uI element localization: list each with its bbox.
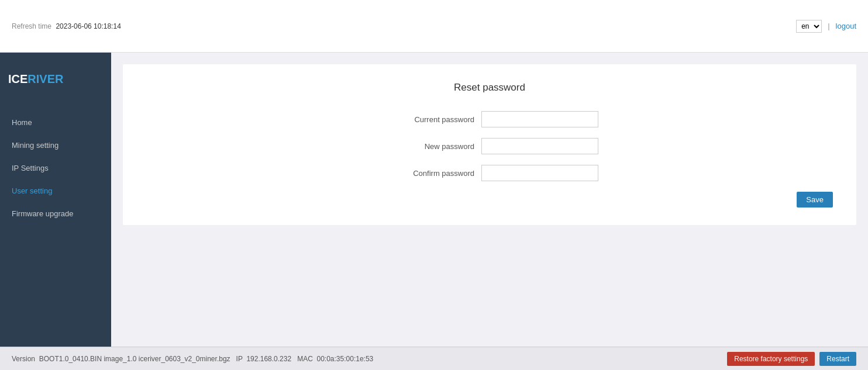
confirm-password-label: Confirm password xyxy=(381,169,474,178)
logo-area: Refresh time 2023-06-06 10:18:14 xyxy=(12,22,121,30)
sidebar-item-home[interactable]: Home xyxy=(0,111,111,134)
logout-link[interactable]: logout xyxy=(836,22,856,30)
sidebar: ICERIVER Home Mining setting IP Settings… xyxy=(0,53,111,347)
new-password-row: New password xyxy=(135,138,845,154)
logo-container: ICERIVER xyxy=(0,53,111,105)
main-area: ICERIVER Home Mining setting IP Settings… xyxy=(0,53,868,347)
sidebar-item-mining-setting[interactable]: Mining setting xyxy=(0,134,111,157)
refresh-info: Refresh time 2023-06-06 10:18:14 xyxy=(12,22,121,30)
spacer-area xyxy=(123,237,856,335)
sidebar-item-user-setting[interactable]: User setting xyxy=(0,179,111,202)
sidebar-item-ip-settings[interactable]: IP Settings xyxy=(0,157,111,179)
version-value: BOOT1.0_0410.BIN image_1.0 iceriver_0603… xyxy=(39,355,230,363)
current-password-input[interactable] xyxy=(481,111,598,127)
top-bar: Refresh time 2023-06-06 10:18:14 en zh |… xyxy=(0,0,868,53)
language-select[interactable]: en zh xyxy=(796,20,822,33)
ip-value: 192.168.0.232 xyxy=(246,355,291,363)
footer: Version BOOT1.0_0410.BIN image_1.0 iceri… xyxy=(0,347,868,370)
content-area: Reset password Current password New pass… xyxy=(111,53,868,347)
current-password-label: Current password xyxy=(381,115,474,124)
version-label: Version xyxy=(12,355,35,363)
ip-label: IP xyxy=(236,355,243,363)
new-password-label: New password xyxy=(381,142,474,151)
mac-value: 00:0a:35:00:1e:53 xyxy=(316,355,373,363)
save-row: Save xyxy=(135,192,845,208)
current-password-row: Current password xyxy=(135,111,845,127)
logo-river-text: RIVER xyxy=(27,72,63,86)
sidebar-nav: Home Mining setting IP Settings User set… xyxy=(0,105,111,225)
refresh-label: Refresh time xyxy=(12,22,51,30)
restore-factory-button[interactable]: Restore factory settings xyxy=(727,352,815,366)
save-button[interactable]: Save xyxy=(797,192,833,208)
separator: | xyxy=(828,22,829,30)
mac-label: MAC xyxy=(297,355,313,363)
logo-ice-text: ICE xyxy=(8,72,27,86)
footer-buttons: Restore factory settings Restart xyxy=(727,352,856,366)
app-wrapper: Refresh time 2023-06-06 10:18:14 en zh |… xyxy=(0,0,868,370)
sidebar-item-firmware-upgrade[interactable]: Firmware upgrade xyxy=(0,202,111,225)
confirm-password-input[interactable] xyxy=(481,165,598,181)
restart-button[interactable]: Restart xyxy=(819,352,856,366)
page-title: Reset password xyxy=(135,82,845,94)
top-right: en zh | logout xyxy=(796,20,856,33)
footer-info: Version BOOT1.0_0410.BIN image_1.0 iceri… xyxy=(12,355,373,363)
new-password-input[interactable] xyxy=(481,138,598,154)
confirm-password-row: Confirm password xyxy=(135,165,845,181)
reset-password-card: Reset password Current password New pass… xyxy=(123,64,856,225)
refresh-time: 2023-06-06 10:18:14 xyxy=(56,22,120,30)
